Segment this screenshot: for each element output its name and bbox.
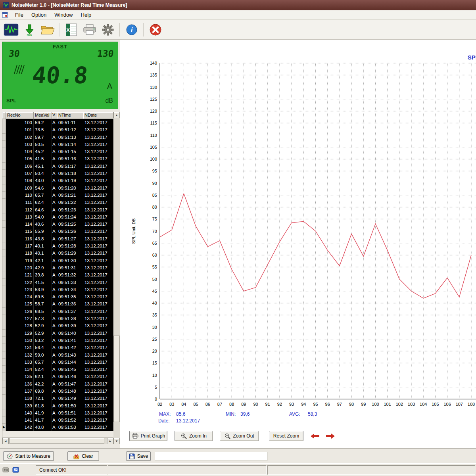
zoom-in-button[interactable]: Zoom In (175, 431, 213, 441)
table-horizontal-scrollbar[interactable]: ◄ ► (2, 438, 113, 444)
scroll-chart-left-button[interactable] (309, 432, 321, 440)
table-row[interactable]: 12042.9A09:51:3113.12.2017 (2, 264, 113, 271)
table-row[interactable]: 14041.9A09:51:5113.12.2017 (2, 409, 113, 416)
cell-meaval: 40.1 (34, 250, 52, 257)
table-row[interactable]: 10173.5A09:51:1213.12.2017 (2, 126, 113, 133)
table-row[interactable]: 11354.0A09:51:2413.12.2017 (2, 213, 113, 221)
menu-window[interactable]: Window (50, 11, 77, 19)
table-row[interactable]: 11840.1A09:51:2913.12.2017 (2, 250, 113, 257)
hscroll-thumb[interactable] (10, 438, 104, 444)
table-row[interactable]: 12668.5A09:51:3713.12.2017 (2, 308, 113, 315)
row-gutter (2, 388, 6, 395)
scroll-right-button[interactable]: ► (107, 438, 113, 444)
cell-ndate: 13.12.2017 (83, 293, 113, 300)
reset-zoom-button[interactable]: Reset Zoom (269, 431, 303, 441)
table-row[interactable]: 10445.2A09:51:1513.12.2017 (2, 148, 113, 155)
table-row[interactable]: 13452.4A09:51:4513.12.2017 (2, 366, 113, 373)
settings-button[interactable] (99, 21, 117, 38)
cell-recno: 124 (6, 293, 34, 300)
table-row[interactable]: 11643.8A09:51:2713.12.2017 (2, 235, 113, 242)
table-row[interactable]: 13156.4A09:51:4213.12.2017 (2, 344, 113, 351)
scroll-chart-right-button[interactable] (325, 432, 336, 440)
cell-v: A (52, 409, 57, 416)
table-row[interactable]: 10059.2A09:51:1113.12.2017 (2, 119, 113, 126)
table-row[interactable]: 12139.8A09:51:3213.12.2017 (2, 271, 113, 278)
cell-recno: 104 (6, 148, 34, 155)
clear-button[interactable]: Clear (67, 451, 99, 461)
print-graph-label: Print Graph (141, 433, 165, 439)
reset-zoom-label: Reset Zoom (273, 433, 299, 439)
info-button[interactable]: i (123, 21, 141, 38)
table-row[interactable]: 13642.2A09:51:4713.12.2017 (2, 380, 113, 388)
table-row[interactable]: 10843.0A09:51:1913.12.2017 (2, 177, 113, 184)
table-row[interactable]: 11555.9A09:51:2613.12.2017 (2, 228, 113, 235)
table-row[interactable]: 11162.4A09:51:2213.12.2017 (2, 199, 113, 206)
table-row[interactable]: 12757.3A09:51:3813.12.2017 (2, 315, 113, 322)
menu-help[interactable]: Help (77, 11, 96, 19)
table-row[interactable]: 10750.4A09:51:1813.12.2017 (2, 170, 113, 177)
column-header-ntime[interactable]: NTime (57, 112, 83, 119)
cell-ndate: 13.12.2017 (83, 395, 113, 402)
hscroll-track[interactable] (9, 438, 107, 444)
cell-ndate: 13.12.2017 (83, 416, 113, 424)
vscroll-track[interactable] (113, 118, 120, 438)
cell-ndate: 13.12.2017 (83, 409, 113, 416)
table-row[interactable]: 11942.1A09:51:3013.12.2017 (2, 257, 113, 264)
table-vertical-scrollbar[interactable]: ▲ ▼ (113, 112, 120, 444)
toolbar-separator (59, 23, 60, 36)
menu-file[interactable]: File (11, 11, 27, 19)
row-gutter (2, 192, 6, 199)
menu-option[interactable]: Option (27, 11, 50, 19)
table-row[interactable]: 12952.9A09:51:4013.12.2017 (2, 330, 113, 337)
table-row[interactable]: 13259.0A09:51:4313.12.2017 (2, 351, 113, 359)
table-row[interactable]: 10259.7A09:51:1313.12.2017 (2, 134, 113, 141)
scroll-up-button[interactable]: ▲ (113, 112, 120, 118)
save-button[interactable]: Save (126, 451, 151, 461)
table-row[interactable]: 10350.5A09:51:1413.12.2017 (2, 141, 113, 148)
svg-text:50: 50 (152, 277, 157, 282)
scroll-left-button[interactable]: ◄ (2, 438, 9, 444)
column-header-recno[interactable]: RecNo (6, 112, 34, 119)
table-row[interactable]: 11740.1A09:51:2813.12.2017 (2, 242, 113, 250)
table-row[interactable]: 10954.6A09:51:2013.12.2017 (2, 184, 113, 192)
table-row[interactable]: 13769.8A09:51:4813.12.2017 (2, 388, 113, 395)
table-row[interactable]: 12852.9A09:51:3913.12.2017 (2, 322, 113, 329)
scroll-down-button[interactable]: ▼ (113, 438, 120, 444)
column-header-meaval[interactable]: MeaVal (34, 112, 52, 119)
table-row[interactable]: 12353.9A09:51:3413.12.2017 (2, 286, 113, 293)
table-row[interactable]: 13872.1A09:51:4913.12.2017 (2, 395, 113, 402)
column-header-v[interactable]: V (52, 112, 57, 119)
table-row[interactable]: 14141.7A09:51:5213.12.2017 (2, 416, 113, 424)
table-row[interactable]: 12469.5A09:51:3513.12.2017 (2, 293, 113, 300)
measure-display-button[interactable] (2, 21, 20, 38)
titlebar: NoiseMeter 1.0 - [NoiseMeter Real Time M… (0, 0, 476, 10)
filename-input[interactable] (155, 452, 268, 461)
open-folder-button[interactable] (38, 21, 57, 38)
table-row[interactable]: 13961.8A09:51:5013.12.2017 (2, 402, 113, 409)
table-row[interactable]: 11065.7A09:51:2113.12.2017 (2, 192, 113, 199)
stop-button[interactable] (146, 21, 165, 38)
vscroll-thumb[interactable] (113, 336, 120, 422)
table-row[interactable]: 11440.6A09:51:2513.12.2017 (2, 221, 113, 228)
excel-export-button[interactable]: X (62, 21, 81, 38)
table-row[interactable]: 13365.7A09:51:4413.12.2017 (2, 359, 113, 366)
table-row[interactable]: 12558.7A09:51:3613.12.2017 (2, 300, 113, 307)
cell-ndate: 13.12.2017 (83, 119, 113, 126)
print-button[interactable] (81, 21, 99, 38)
table-row[interactable]: 12241.5A09:51:3313.12.2017 (2, 279, 113, 286)
column-header-ndate[interactable]: NDate (83, 112, 113, 119)
table-row[interactable]: 10541.5A09:51:1613.12.2017 (2, 155, 113, 162)
row-gutter (2, 264, 6, 271)
cell-meaval: 72.1 (34, 395, 52, 402)
table-row[interactable]: 13562.1A09:51:4613.12.2017 (2, 373, 113, 380)
zoom-out-button[interactable]: Zoom Out (220, 431, 259, 441)
table-row[interactable]: 11264.6A09:51:2313.12.2017 (2, 206, 113, 213)
table-row[interactable]: 10645.1A09:51:1713.12.2017 (2, 163, 113, 170)
table-row[interactable]: ▶14240.8A09:51:5313.12.2017 (2, 424, 113, 431)
print-graph-button[interactable]: Print Graph (129, 431, 167, 441)
start-to-measure-button[interactable]: Start to Measure (3, 451, 54, 461)
cell-recno: 138 (6, 395, 34, 402)
record-button[interactable]: REC (20, 21, 38, 38)
table-row[interactable]: 13053.2A09:51:4113.12.2017 (2, 337, 113, 344)
stat-avg-value: 58,3 (308, 411, 317, 417)
